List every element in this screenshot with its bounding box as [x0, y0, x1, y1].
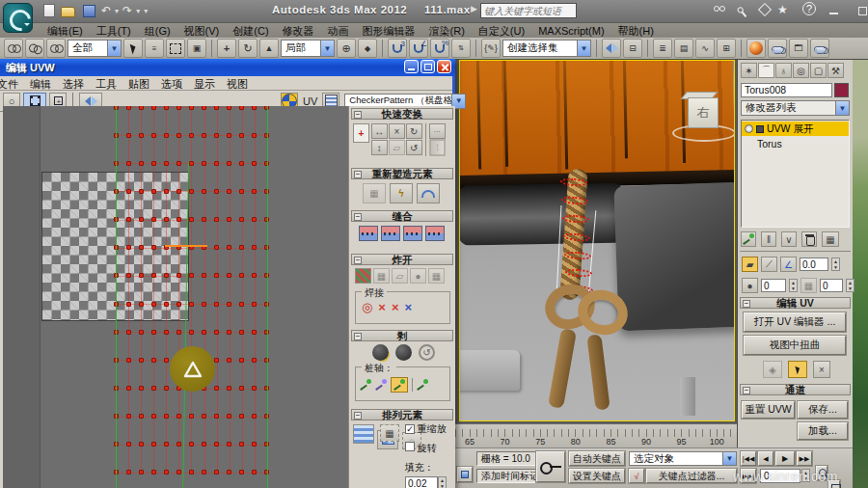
uv-vertex[interactable]	[227, 161, 231, 166]
uv-vertex[interactable]	[139, 189, 144, 194]
uv-vertex[interactable]	[151, 442, 156, 447]
align-horizontal-icon[interactable]: ↔	[371, 123, 388, 139]
uv-vertex[interactable]	[214, 245, 219, 250]
uv-vertex[interactable]	[202, 470, 206, 474]
rope-end[interactable]	[586, 334, 610, 410]
stitch-target-icon[interactable]	[425, 226, 445, 241]
uv-vertex[interactable]	[239, 470, 244, 474]
uv-vertex[interactable]	[164, 470, 169, 474]
rendered-frame-icon[interactable]: 🗔	[789, 39, 808, 58]
flatten-spherical-icon[interactable]: ●	[410, 268, 426, 284]
selection-region-icon[interactable]	[166, 39, 185, 58]
workspace-caret-icon[interactable]: ▾	[144, 7, 148, 15]
uv-vertex[interactable]	[164, 161, 169, 166]
uv-vertex[interactable]	[214, 217, 219, 222]
align-pivot-icon[interactable]: +	[353, 123, 369, 143]
rollout-quick-transform-header[interactable]: −快速变换	[351, 108, 453, 120]
uv-vertex[interactable]	[227, 273, 231, 278]
uv-vertex[interactable]	[189, 302, 194, 307]
uv-vertex[interactable]	[214, 161, 219, 166]
edit-named-selection-icon[interactable]: {✎}	[481, 39, 501, 58]
open-uv-editor-button[interactable]: 打开 UV 编辑器 ...	[744, 312, 846, 332]
uv-vertex[interactable]	[151, 133, 156, 138]
layer-manager-icon[interactable]: ≣	[653, 39, 672, 58]
uv-vertex[interactable]	[126, 273, 131, 278]
help-icon[interactable]: ?	[802, 2, 816, 15]
uv-vertex[interactable]	[189, 273, 194, 278]
uv-vertex[interactable]	[139, 273, 144, 278]
reference-coordinate-dropdown[interactable]: 局部▼	[281, 40, 335, 57]
uv-vertex[interactable]	[214, 189, 219, 194]
uv-vertex[interactable]	[126, 106, 131, 110]
viewcube-gizmo[interactable]: 右	[670, 90, 735, 149]
auto-key-button[interactable]: 自动关键点	[569, 451, 625, 466]
select-manipulate-icon[interactable]: ◆	[358, 39, 377, 58]
play-icon[interactable]: ▶	[775, 451, 795, 466]
previous-frame-icon[interactable]: ◀	[758, 451, 773, 466]
uv-vertex[interactable]	[239, 386, 244, 391]
rollout-edit-uv-header[interactable]: −编辑 UV	[740, 297, 851, 309]
gray-box-object[interactable]	[613, 182, 735, 332]
uv-vertex[interactable]	[176, 189, 181, 194]
uv-vertex[interactable]	[176, 442, 181, 447]
uvw-close-icon[interactable]	[437, 60, 451, 73]
uv-vertex[interactable]	[252, 161, 257, 166]
search-input[interactable]	[480, 3, 577, 18]
pin-stack-icon[interactable]	[741, 231, 756, 247]
set-key-button[interactable]: 设置关键点	[569, 469, 625, 483]
uv-selected-edge-orange[interactable]	[165, 245, 207, 247]
planar-spinner-field[interactable]: 0	[820, 279, 843, 292]
dropdown-arrow-icon[interactable]: ▼	[722, 452, 736, 465]
sphere-spinner-arrows[interactable]: ▲▼	[789, 279, 798, 292]
uv-vertex[interactable]	[227, 414, 231, 419]
object-name-field[interactable]: Torus008	[741, 83, 832, 97]
uv-vertex[interactable]	[176, 414, 181, 419]
flatten-random-icon[interactable]: ▦	[428, 268, 445, 284]
edge-select-icon[interactable]: ⟋	[761, 257, 777, 272]
rotate-cw-icon[interactable]: ↻	[406, 123, 422, 139]
render-production-icon[interactable]	[810, 39, 829, 58]
tab-create-icon[interactable]: ✶	[741, 63, 757, 78]
pin-selected-icon[interactable]	[360, 379, 371, 391]
uv-vertex[interactable]	[176, 470, 181, 474]
uv-vertex[interactable]	[151, 245, 156, 250]
uv-vertex[interactable]	[227, 217, 231, 222]
uv-vertex[interactable]	[139, 106, 144, 110]
target-weld-icon[interactable]: ◎	[362, 300, 372, 314]
show-end-result-icon[interactable]: ‖	[761, 231, 776, 247]
uv-vertex[interactable]	[189, 133, 194, 138]
rollout-peel-header[interactable]: −剥	[351, 330, 453, 341]
angle-spinner-field[interactable]: 0.0	[800, 258, 828, 271]
uv-vertex[interactable]	[151, 161, 156, 166]
uv-vertex[interactable]	[214, 273, 219, 278]
uv-vertex[interactable]	[227, 133, 231, 138]
align-icon[interactable]: ⊟	[623, 39, 642, 58]
uv-vertex[interactable]	[227, 189, 231, 194]
modifier-stack-row-active[interactable]: UVW 展开	[742, 122, 849, 136]
uv-vertex[interactable]	[214, 302, 219, 307]
minimize-window-icon[interactable]	[827, 5, 840, 17]
spinner-snap-icon[interactable]: ⇅	[451, 39, 471, 58]
uv-vertex[interactable]	[151, 189, 156, 194]
selection-filter-dropdown[interactable]: 全部▼	[68, 40, 122, 57]
uv-vertex[interactable]	[214, 442, 219, 447]
schematic-view-icon[interactable]: ⊞	[717, 39, 736, 58]
uvw-editor-titlebar[interactable]: 编辑 UVW	[0, 59, 455, 76]
bind-spacewarp-icon[interactable]	[46, 39, 66, 58]
open-file-icon[interactable]	[61, 4, 77, 18]
uv-vertex[interactable]	[164, 189, 169, 194]
uv-vertex[interactable]	[202, 330, 206, 335]
uv-vertex[interactable]	[126, 442, 131, 447]
uv-vertex[interactable]	[189, 189, 194, 194]
uv-vertex[interactable]	[227, 386, 231, 391]
uv-vertex[interactable]	[239, 106, 244, 110]
rescale-checkbox-row[interactable]: ✓ 重缩放	[405, 422, 447, 436]
uv-vertex[interactable]	[164, 273, 169, 278]
modifier-visibility-bulb-icon[interactable]	[745, 124, 753, 133]
uv-vertex[interactable]	[189, 330, 194, 335]
isolate-selection-icon[interactable]	[457, 467, 473, 482]
uv-vertex[interactable]	[214, 330, 219, 335]
timeline-ruler[interactable]: 65707580859095100	[455, 423, 756, 447]
uv-vertex[interactable]	[151, 330, 156, 335]
face-mode-icon[interactable]: ◈	[763, 361, 782, 378]
